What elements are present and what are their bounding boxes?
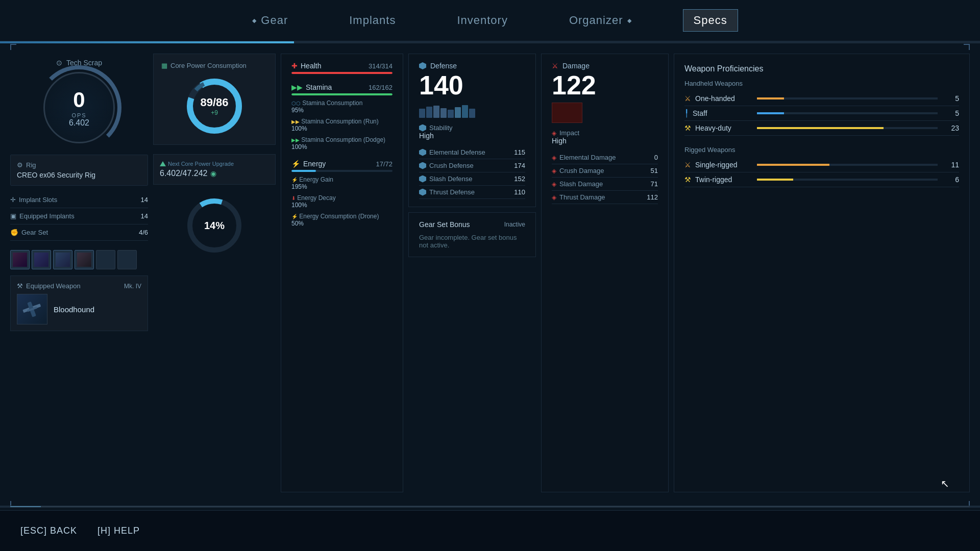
- stamina-header: ▶▶ Stamina 162/162: [291, 83, 393, 91]
- stamina-dodge-label: ▶▶ Stamina Consumption (Dodge): [291, 136, 393, 143]
- handheld-label: Handheld Weapons: [684, 80, 959, 87]
- bottom-bar: [ESC] BACK [H] HELP: [0, 510, 980, 551]
- prof-single-rigged: ⚔ Single-rigged 11: [684, 158, 959, 172]
- donut-bonus: +9: [200, 109, 228, 116]
- one-handed-bar-fill: [757, 97, 784, 99]
- crush-damage-value: 51: [651, 167, 658, 174]
- donut-main-value: 89/86: [200, 96, 228, 109]
- damage-icon: ⚔: [552, 62, 558, 70]
- crush-defense-value: 174: [514, 162, 525, 169]
- stamina-bar: [291, 93, 393, 95]
- nav-inventory[interactable]: Inventory: [447, 10, 518, 31]
- sword-icon: ⚔: [684, 94, 691, 103]
- crush-damage-label: ◈ Crush Damage: [552, 167, 604, 174]
- prof-heavy-duty: ⚒ Heavy-duty 23: [684, 121, 959, 136]
- inactive-badge: Inactive: [504, 221, 525, 228]
- health-cross-icon: ✚: [291, 62, 298, 70]
- weapon-display: Bloodhound: [17, 294, 141, 324]
- energy-label: ⚡ Energy: [291, 160, 326, 168]
- impact-value: High: [552, 137, 658, 145]
- gear-slot-6[interactable]: [117, 250, 137, 269]
- crush-defense-row: Crush Defense 174: [419, 159, 525, 172]
- elemental-damage-icon: ◈: [552, 154, 556, 161]
- energy-gain-stat: ⚡ Energy Gain 195%: [291, 176, 393, 190]
- proficiency-title: Weapon Proficiencies: [684, 64, 959, 73]
- gear-diamond-icon: ◆: [252, 17, 257, 24]
- health-block: ✚ Health 314/314: [291, 62, 393, 74]
- core-power-title: ▦ Core Power Consumption: [161, 62, 267, 69]
- stamina-nums: 162/162: [369, 84, 393, 91]
- energy-icon: ⚡: [291, 160, 300, 168]
- nav-organizer[interactable]: Organizer ◆: [559, 10, 642, 31]
- corner-tl: [10, 44, 16, 50]
- core-power-section: ▦ Core Power Consumption 89/86 +9: [153, 54, 276, 145]
- gear-slot-3[interactable]: [53, 250, 72, 269]
- thrust-damage-icon: ◈: [552, 194, 556, 201]
- energy-drone-stat: ⚡ Energy Consumption (Drone) 50%: [291, 213, 393, 227]
- heavy-duty-label: ⚒ Heavy-duty: [684, 124, 751, 132]
- stamina-dodge-stat: ▶▶ Stamina Consumption (Dodge) 100%: [291, 136, 393, 151]
- stamina-label: ▶▶ Stamina: [291, 83, 332, 91]
- prof-staff: ╿ Staff 5: [684, 106, 959, 121]
- energy-nums: 17/72: [376, 160, 393, 168]
- gear-bonus-panel: Gear Set Bonus Inactive Gear incomplete.…: [408, 212, 536, 257]
- gear-slot-2[interactable]: [32, 250, 51, 269]
- energy-decay-value: 100%: [291, 202, 393, 209]
- next-upgrade-value: 6.402/47.242 ◉: [160, 169, 269, 178]
- one-handed-value: 5: [944, 94, 959, 103]
- gear-slot-4[interactable]: [75, 250, 94, 269]
- staff-value: 5: [944, 109, 959, 117]
- elemental-defense-value: 115: [514, 148, 525, 156]
- ops-label: OPS: [71, 112, 86, 118]
- equipped-implants-icon: ▣: [10, 212, 16, 220]
- progress-bar: [0, 41, 980, 43]
- slash-defense-icon: [419, 176, 426, 183]
- tech-scrap-circle: 0 OPS 6.402: [43, 72, 115, 143]
- thrust-damage-label: ◈ Thrust Damage: [552, 193, 605, 201]
- equipped-implants-value: 14: [141, 212, 148, 220]
- tech-scrap-section: ⊙ Tech Scrap 0 OPS 6.402: [10, 54, 148, 148]
- equipped-weapon-label: Equipped Weapon: [26, 282, 81, 290]
- upgrade-circle-icon: ◉: [210, 169, 216, 178]
- health-header: ✚ Health 314/314: [291, 62, 393, 70]
- one-handed-label: ⚔ One-handed: [684, 94, 751, 103]
- gear-bonus-message: Gear incomplete. Gear set bonus not acti…: [419, 234, 525, 249]
- stamina-consumption-value: 95%: [291, 107, 393, 114]
- elemental-damage-value: 0: [654, 154, 658, 161]
- damage-value: 122: [552, 72, 658, 98]
- stamina-dodge-value: 100%: [291, 143, 393, 151]
- gear-set-label: ✊ Gear Set: [10, 229, 48, 236]
- weapon-section: ⚒ Equipped Weapon Mk. IV Bloodhound: [10, 276, 148, 331]
- gear-set-row: ✊ Gear Set 4/6: [10, 224, 148, 241]
- heavy-duty-bar-fill: [757, 127, 884, 129]
- impact-icon: ◈: [552, 130, 556, 137]
- gear-slot-1[interactable]: [10, 250, 30, 269]
- core-power-icon: ▦: [161, 62, 167, 69]
- stamina-consumption-label: ⬡⬡ Stamina Consumption: [291, 99, 393, 107]
- help-shortcut: [H] HELP: [97, 525, 140, 536]
- single-rigged-bar: [757, 164, 938, 166]
- slash-damage-icon: ◈: [552, 181, 556, 188]
- thrust-defense-row: Thrust Defense 110: [419, 186, 525, 199]
- thrust-defense-value: 110: [514, 188, 525, 196]
- nav-specs[interactable]: Specs: [683, 9, 738, 32]
- thrust-defense-label: Thrust Defense: [419, 188, 475, 196]
- donut-container: 89/86 +9: [161, 76, 267, 137]
- defense-area: Defense 140 Stability High: [408, 54, 536, 492]
- gear-bonus-title: Gear Set Bonus: [419, 220, 470, 229]
- stamina-bar-fill: [291, 93, 393, 95]
- stamina-consumption-stat: ⬡⬡ Stamina Consumption 95%: [291, 99, 393, 114]
- nav-implants[interactable]: Implants: [339, 10, 406, 31]
- defense-bars: [419, 103, 525, 118]
- staff-bar-fill: [757, 112, 784, 114]
- left-panel: ⊙ Tech Scrap 0 OPS 6.402 ⚙ Rig CREO ex06…: [10, 54, 148, 492]
- progress-bar-fill: [0, 41, 294, 43]
- gear-set-icon: ✊: [10, 229, 18, 236]
- rig-section: ⚙ Rig CREO ex06 Security Rig: [10, 155, 148, 186]
- nav-gear[interactable]: ◆ Gear: [242, 10, 298, 31]
- gear-slot-5[interactable]: [96, 250, 115, 269]
- damage-header: ⚔ Damage: [552, 62, 658, 70]
- weapon-title-row: ⚒ Equipped Weapon Mk. IV: [17, 282, 141, 290]
- stamina-block: ▶▶ Stamina 162/162 ⬡⬡ Stamina Consumptio…: [291, 83, 393, 151]
- slash-damage-row: ◈ Slash Damage 71: [552, 178, 658, 191]
